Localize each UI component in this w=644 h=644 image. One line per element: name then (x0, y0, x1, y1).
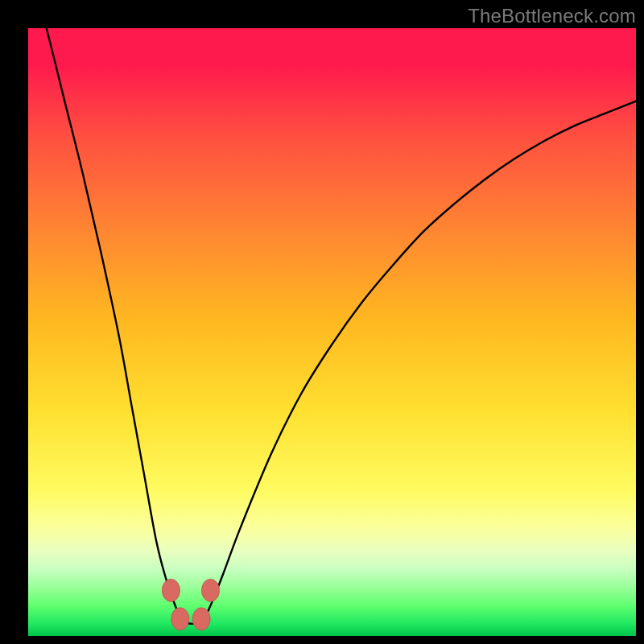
curve-layer (28, 28, 636, 636)
plot-area (28, 28, 636, 636)
curve-marker (202, 579, 220, 601)
bottleneck-curve (28, 28, 636, 624)
chart-frame: TheBottleneck.com (0, 0, 644, 644)
watermark-text: TheBottleneck.com (468, 5, 636, 27)
curve-marker (171, 608, 189, 630)
curve-marker (192, 608, 210, 630)
curve-marker (162, 579, 180, 601)
